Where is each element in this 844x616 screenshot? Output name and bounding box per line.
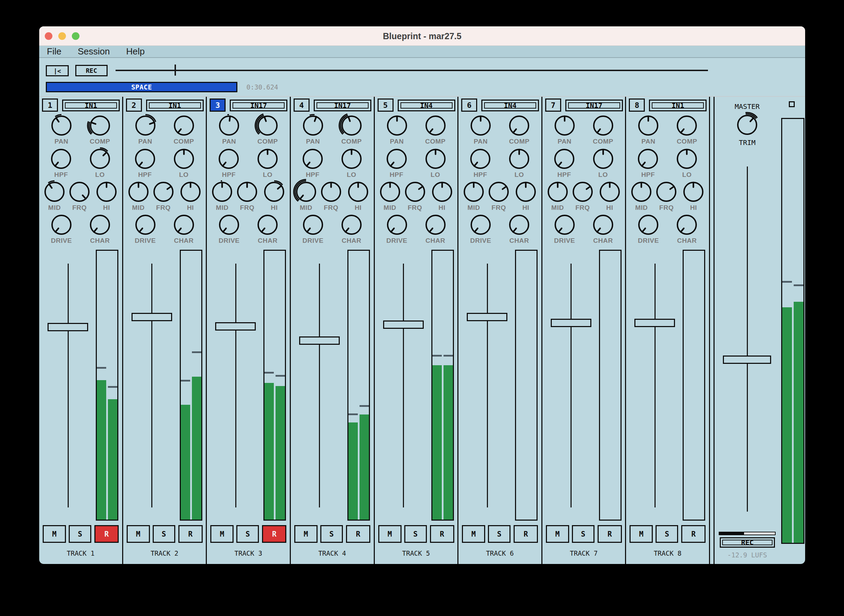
mute-button[interactable]: M (378, 525, 401, 543)
char-knob[interactable] (170, 211, 198, 239)
solo-button[interactable]: S (488, 525, 510, 543)
char-knob[interactable] (505, 211, 533, 239)
timeline-position-handle[interactable] (175, 65, 176, 76)
drive-knob[interactable] (215, 211, 243, 239)
char-knob[interactable] (673, 211, 701, 239)
fader-handle[interactable] (215, 322, 256, 330)
comp-knob[interactable] (589, 112, 617, 139)
char-knob[interactable] (589, 211, 617, 239)
timeline-slider[interactable] (116, 70, 708, 71)
track-number-button[interactable]: 4 (294, 98, 310, 112)
mute-button[interactable]: M (546, 525, 569, 543)
solo-button[interactable]: S (572, 525, 594, 543)
mid-knob[interactable] (125, 178, 152, 206)
menu-item-help[interactable]: Help (126, 46, 144, 57)
pan-knob[interactable] (299, 112, 327, 139)
mid-knob[interactable] (208, 178, 236, 206)
frq-knob[interactable] (569, 178, 597, 206)
pan-knob[interactable] (467, 112, 494, 139)
track-input-select[interactable]: IN17 (314, 100, 371, 111)
drive-knob[interactable] (467, 211, 494, 239)
hi-knob[interactable] (93, 178, 121, 206)
fader-handle[interactable] (299, 336, 340, 345)
hi-knob[interactable] (260, 178, 288, 206)
record-arm-button[interactable]: R (681, 525, 706, 543)
track-input-select[interactable]: IN17 (565, 100, 623, 111)
record-arm-button[interactable]: R (430, 525, 454, 543)
char-knob[interactable] (86, 211, 114, 239)
track-number-button[interactable]: 6 (461, 98, 477, 112)
frq-knob[interactable] (317, 178, 345, 206)
record-arm-button[interactable]: R (514, 525, 538, 543)
frq-knob[interactable] (66, 178, 93, 206)
lo-knob[interactable] (338, 145, 365, 173)
hi-knob[interactable] (596, 178, 623, 206)
drive-knob[interactable] (551, 211, 578, 239)
track-number-button[interactable]: 8 (629, 98, 645, 112)
pan-knob[interactable] (132, 112, 159, 139)
track-input-select[interactable]: IN1 (146, 100, 204, 111)
lo-knob[interactable] (254, 145, 281, 173)
mute-button[interactable]: M (43, 525, 66, 543)
master-record-button[interactable]: REC (720, 537, 775, 548)
hpf-knob[interactable] (299, 145, 326, 173)
frq-knob[interactable] (150, 178, 177, 206)
record-arm-button[interactable]: R (598, 525, 622, 543)
fader-handle[interactable] (467, 313, 507, 321)
char-knob[interactable] (422, 211, 449, 239)
mid-knob[interactable] (376, 178, 404, 206)
record-arm-button[interactable]: R (346, 525, 370, 543)
fader-handle[interactable] (132, 313, 172, 321)
track-input-select[interactable]: IN17 (230, 100, 287, 111)
hi-knob[interactable] (176, 178, 204, 206)
lo-knob[interactable] (170, 145, 198, 173)
hpf-knob[interactable] (466, 145, 494, 173)
hpf-knob[interactable] (215, 145, 243, 173)
track-input-select[interactable]: IN1 (62, 100, 120, 111)
pan-knob[interactable] (47, 112, 75, 139)
solo-button[interactable]: S (69, 525, 91, 543)
char-knob[interactable] (338, 211, 365, 239)
comp-knob[interactable] (422, 112, 449, 139)
track-number-button[interactable]: 7 (545, 98, 561, 112)
mid-knob[interactable] (292, 178, 320, 206)
track-number-button[interactable]: 5 (378, 98, 394, 112)
comp-knob[interactable] (505, 112, 533, 139)
track-input-select[interactable]: IN4 (481, 100, 539, 111)
drive-knob[interactable] (634, 211, 662, 239)
fader-handle[interactable] (634, 319, 675, 327)
mid-knob[interactable] (41, 178, 68, 206)
mid-knob[interactable] (460, 178, 488, 206)
track-input-select[interactable]: IN4 (398, 100, 455, 111)
mute-button[interactable]: M (210, 525, 234, 543)
hpf-knob[interactable] (383, 145, 410, 173)
record-arm-button[interactable]: R (94, 525, 119, 543)
master-fader-handle[interactable] (723, 355, 771, 364)
hi-knob[interactable] (679, 178, 707, 206)
mute-button[interactable]: M (294, 525, 318, 543)
frq-knob[interactable] (485, 178, 513, 206)
track-number-button[interactable]: 2 (126, 98, 142, 112)
comp-knob[interactable] (170, 112, 198, 139)
drive-knob[interactable] (47, 211, 75, 239)
frq-knob[interactable] (653, 178, 680, 206)
space-play-button[interactable]: SPACE (46, 82, 237, 92)
hi-knob[interactable] (512, 178, 540, 206)
pan-knob[interactable] (551, 112, 578, 139)
comp-knob[interactable] (673, 112, 701, 139)
record-arm-button[interactable]: R (262, 525, 286, 543)
drive-knob[interactable] (383, 211, 411, 239)
record-arm-button[interactable]: R (178, 525, 203, 543)
solo-button[interactable]: S (320, 525, 343, 543)
mute-button[interactable]: M (126, 525, 150, 543)
drive-knob[interactable] (132, 211, 159, 239)
pan-knob[interactable] (383, 112, 411, 139)
track-number-button[interactable]: 1 (42, 98, 58, 112)
menu-item-file[interactable]: File (47, 46, 62, 57)
pan-knob[interactable] (634, 112, 662, 139)
hpf-knob[interactable] (47, 145, 75, 173)
solo-button[interactable]: S (236, 525, 259, 543)
lo-knob[interactable] (422, 145, 449, 173)
hpf-knob[interactable] (634, 145, 662, 173)
drive-knob[interactable] (299, 211, 327, 239)
